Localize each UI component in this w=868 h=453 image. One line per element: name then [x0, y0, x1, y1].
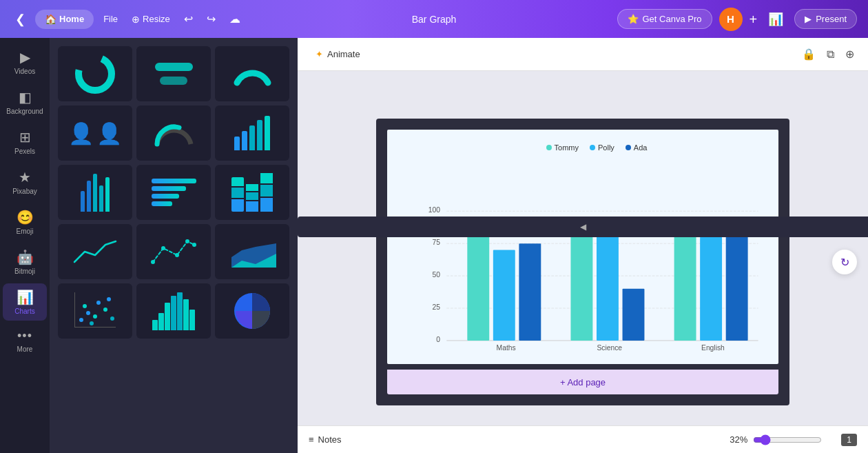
list-item[interactable]: 👤 👤	[58, 105, 132, 161]
svg-text:100: 100	[428, 206, 440, 214]
sidebar-item-more[interactable]: ••• More	[3, 323, 47, 359]
mini-bar-chart-icon	[234, 116, 270, 150]
main-area: ▶ Videos ◧ Background ⊞ Pexels ★ Pixabay…	[0, 38, 868, 453]
svg-point-17	[110, 316, 114, 321]
pexels-icon: ⊞	[19, 129, 31, 145]
resize-icon: ⊕	[132, 14, 140, 25]
undo-button[interactable]: ↩	[180, 8, 197, 30]
list-item[interactable]	[58, 165, 132, 220]
sidebar-item-pixabay[interactable]: ★ Pixabay	[3, 163, 47, 201]
svg-point-16	[107, 297, 111, 301]
plus-button[interactable]: +	[750, 12, 758, 26]
list-item[interactable]	[215, 46, 289, 101]
list-item[interactable]	[215, 165, 289, 220]
svg-point-13	[93, 314, 97, 319]
home-button[interactable]: 🏠 Home	[35, 10, 94, 29]
sidebar-item-pexels[interactable]: ⊞ Pexels	[3, 123, 47, 161]
present-icon: ▶	[805, 14, 812, 24]
scatter-chart-icon	[149, 234, 198, 269]
topbar-left: ❮ 🏠 Home File ⊕ Resize ↩ ↪ ☁	[11, 8, 245, 31]
redo-icon: ↪	[207, 12, 216, 26]
notes-button[interactable]: ≡ Notes	[309, 434, 342, 445]
list-item[interactable]	[58, 46, 132, 101]
cloud-icon: ☁	[229, 12, 240, 26]
sidebar: ▶ Videos ◧ Background ⊞ Pexels ★ Pixabay…	[0, 38, 50, 453]
line-chart-icon	[71, 234, 119, 269]
list-item[interactable]	[58, 283, 132, 339]
svg-rect-35	[597, 230, 619, 341]
list-item[interactable]	[58, 224, 132, 279]
canvas-toolbar: ✦ Animate 🔒 ⧉ ⊕	[298, 38, 868, 71]
zoom-controls: 32%	[730, 434, 822, 445]
charts-icon: 📊	[17, 289, 34, 305]
lock-button[interactable]: 🔒	[799, 45, 818, 63]
list-item[interactable]	[215, 224, 289, 279]
emoji-icon: 😊	[17, 209, 34, 225]
canva-star-icon: ⭐	[628, 14, 639, 24]
chart-widget[interactable]: Tommy Polly Ada 0	[376, 119, 789, 405]
user-avatar[interactable]: H	[719, 8, 743, 31]
clustered-bar-icon	[81, 174, 110, 212]
refresh-button[interactable]: ↻	[832, 250, 857, 274]
legend-polly: Polly	[590, 143, 614, 152]
legend-dot-ada	[626, 145, 631, 150]
sidebar-item-charts[interactable]: 📊 Charts	[3, 283, 47, 321]
svg-point-15	[103, 308, 107, 312]
topbar: ❮ 🏠 Home File ⊕ Resize ↩ ↪ ☁ Bar Graph ⭐…	[0, 0, 868, 38]
sidebar-item-background[interactable]: ◧ Background	[3, 83, 47, 121]
legend-dot-polly	[590, 145, 595, 150]
background-icon: ◧	[19, 89, 32, 105]
svg-text:Maths: Maths	[497, 344, 516, 352]
svg-text:50: 50	[432, 271, 440, 279]
list-item[interactable]	[136, 165, 211, 220]
zoom-level: 32%	[730, 434, 747, 445]
list-item[interactable]	[136, 283, 211, 339]
chart-legend: Tommy Polly Ada	[428, 143, 765, 152]
present-button[interactable]: ▶ Present	[794, 9, 857, 29]
legend-tommy: Tommy	[546, 143, 579, 152]
svg-text:25: 25	[432, 303, 440, 311]
add-page-button[interactable]: + Add page	[387, 370, 778, 394]
add-element-button[interactable]: ⊕	[843, 45, 857, 63]
file-button[interactable]: File	[99, 10, 122, 28]
list-item[interactable]	[215, 105, 289, 161]
svg-rect-38	[674, 224, 696, 341]
undo-icon: ↩	[184, 12, 193, 26]
scatter-dots-icon	[71, 292, 119, 330]
svg-point-14	[96, 301, 101, 305]
svg-rect-32	[519, 243, 541, 341]
resize-button[interactable]: ⊕ Resize	[127, 10, 174, 29]
refresh-icon: ↻	[840, 256, 849, 269]
cloud-button[interactable]: ☁	[225, 8, 245, 30]
bitmoji-icon: 🤖	[17, 249, 34, 265]
sidebar-item-bitmoji[interactable]: 🤖 Bitmoji	[3, 243, 47, 281]
stats-icon: 📊	[768, 12, 783, 27]
svg-rect-40	[726, 230, 748, 341]
zoom-slider[interactable]	[753, 434, 822, 445]
status-bar: ≡ Notes 32% 1	[298, 425, 868, 453]
legend-dot-tommy	[546, 145, 552, 150]
canvas-content: Tommy Polly Ada 0	[298, 71, 868, 453]
chevron-left-icon: ❮	[15, 12, 25, 27]
animate-button[interactable]: ✦ Animate	[309, 45, 367, 63]
svg-text:75: 75	[432, 239, 440, 246]
list-item[interactable]	[136, 105, 211, 161]
back-button[interactable]: ❮	[11, 8, 30, 31]
svg-point-11	[86, 311, 90, 315]
sidebar-item-videos[interactable]: ▶ Videos	[3, 43, 47, 81]
copy-button[interactable]: ⧉	[824, 45, 837, 63]
get-canva-button[interactable]: ⭐ Get Canva Pro	[617, 9, 712, 29]
list-item[interactable]	[215, 283, 289, 339]
panel-grid: 👤 👤	[55, 43, 292, 341]
stats-button[interactable]: 📊	[764, 8, 787, 31]
bar-chart-svg: 0 25 50 75 100	[428, 163, 765, 370]
redo-button[interactable]: ↪	[203, 8, 220, 30]
list-item[interactable]	[136, 224, 211, 279]
svg-text:Science: Science	[597, 344, 622, 352]
chart-inner: Tommy Polly Ada 0	[387, 130, 778, 364]
horizontal-bar-icon	[152, 179, 196, 206]
svg-point-1	[151, 260, 155, 264]
list-item[interactable]	[136, 46, 211, 101]
page-number: 1	[841, 434, 857, 445]
sidebar-item-emoji[interactable]: 😊 Emoji	[3, 203, 47, 241]
